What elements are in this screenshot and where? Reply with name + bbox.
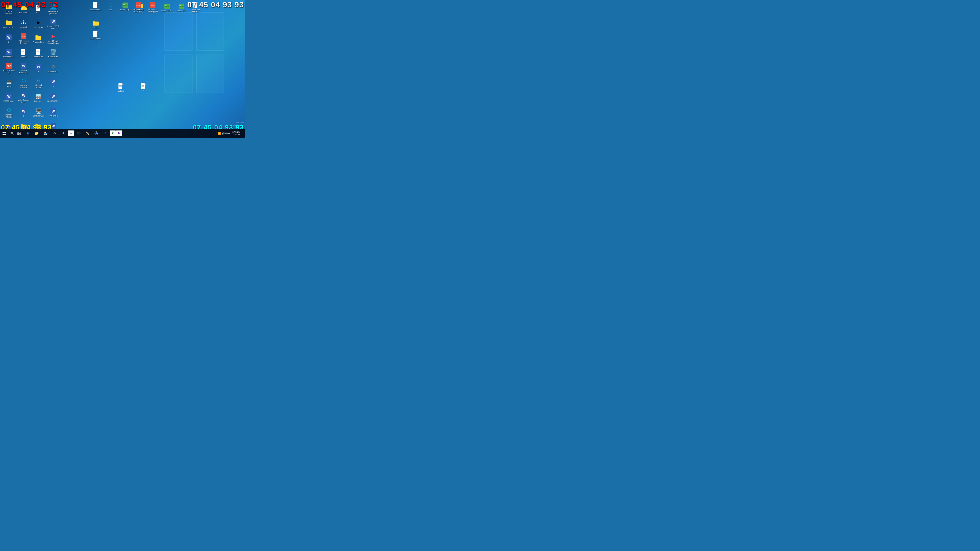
icon-ace-stream[interactable]: ▶ Ace Stream Media Center: [46, 32, 60, 46]
icon-img-hp34401a-guide1: PDF: [135, 2, 142, 8]
tray-arrow[interactable]: ^: [216, 132, 217, 135]
icon-img-microsoft-edge: e: [35, 77, 42, 84]
svg-rect-7: [197, 55, 223, 92]
icon-dc1bra[interactable]: dc1bra: [114, 83, 128, 93]
icon-kkk[interactable]: ⬡ kkk: [103, 1, 118, 12]
icon-vestel17[interactable]: Vestel-17...: [175, 1, 188, 14]
icon-img-calculator: [35, 93, 42, 100]
icon-zq500[interactable]: W ZQ500_Co...: [2, 91, 16, 105]
icon-img-laptop-litere: W: [50, 18, 57, 25]
icon-label-conturi: conturi: [21, 56, 26, 58]
task-view-button[interactable]: [15, 129, 23, 138]
taskbar-search[interactable]: 🔍: [9, 130, 15, 137]
icon-hp34401a-guide2[interactable]: PDF HP 34401A user's guide: [146, 1, 160, 14]
icon-adobe-acrobat[interactable]: PDF Adobe Acrobat DC: [2, 61, 16, 75]
icon-steppermo[interactable]: ⚙ StepperMo...: [46, 61, 60, 75]
icon-img-num1: W: [20, 108, 27, 114]
icon-label-zq500: ZQ500_Co...: [3, 100, 14, 102]
show-desktop[interactable]: [243, 129, 244, 138]
svg-rect-130: [19, 132, 21, 133]
icon-label-kkk: kkk: [109, 9, 112, 11]
taskbar-app-unknown1[interactable]: ❖: [59, 129, 68, 138]
icon-this-pc[interactable]: 💻 This PC: [2, 76, 16, 90]
svg-rect-55: [36, 98, 37, 98]
icon-conturi[interactable]: conturi: [17, 46, 30, 60]
icon-phoenixcar2[interactable]: PhoenixCar...: [32, 46, 45, 60]
icon-num4[interactable]: W 4: [46, 76, 60, 90]
icon-pdfscape[interactable]: PDF PDFescape Desktop: [17, 32, 30, 46]
icon-img-recycle-bin: 🗑️: [50, 49, 57, 56]
icon-aida64[interactable]: ⬡ AIDA64 Extreme: [17, 76, 30, 90]
icon-oliooooo[interactable]: W OLIOOOOX...: [46, 91, 60, 105]
icon-img-network: 🖧: [20, 19, 27, 26]
svg-rect-126: [5, 132, 6, 133]
icon-label-num2: 2: [8, 41, 9, 43]
icon-img-phoenixcar2: [35, 49, 42, 56]
svg-rect-104: [164, 3, 170, 9]
icon-phoenixcar[interactable]: PhoenixCar...: [32, 32, 45, 46]
icon-vestel1tip2[interactable]: vestel_1Tip...: [160, 1, 174, 14]
taskbar: 🔍 e 📁 🏪 ⚙ ❖ W 📟 ✏️: [0, 129, 245, 138]
icon-num1[interactable]: W 1: [17, 105, 30, 120]
taskbar-app-store[interactable]: 🏪: [41, 129, 50, 138]
svg-text:W: W: [51, 110, 55, 113]
icon-label-control-panel: Control Panel: [33, 115, 45, 117]
taskbar-clock[interactable]: 6:53 AM 1/1/2018: [231, 131, 242, 136]
icon-tt[interactable]: tt: [137, 83, 150, 93]
icon-vestel1tip[interactable]: vestel_1Tip...: [118, 1, 132, 12]
svg-rect-53: [38, 97, 39, 97]
tray-volume[interactable]: 🔊: [221, 132, 225, 135]
icon-coduri-antene[interactable]: coduri antene ...: [89, 30, 103, 43]
icon-manual-dc5700[interactable]: W manual dc5700 m...: [17, 61, 30, 75]
icon-laptop-litere[interactable]: W laptop LITERE MICI: [46, 17, 60, 31]
icon-img-adobe-acrobat: PDF: [5, 62, 12, 69]
icon-num3[interactable]: W 3: [32, 61, 45, 75]
taskbar-app-settings[interactable]: ⚙: [50, 129, 59, 138]
windows-logo-bg: [161, 6, 228, 104]
icon-label-valor-corecte: Valor Corecte Setari: [18, 99, 30, 103]
icon-label-hp34401a-guide1: HP 34401A user's gui...: [132, 9, 145, 13]
icon-label-win10-update: Windows 10 Update As...: [47, 11, 60, 15]
svg-rect-131: [18, 133, 19, 135]
icon-img-dovadasne-top: [92, 2, 99, 8]
taskbar-app-excel[interactable]: X: [110, 130, 116, 137]
icon-ace-player[interactable]: ▶ Ace Player: [32, 17, 45, 31]
icon-label-recycle-bin: Recycle Bin: [48, 56, 58, 58]
taskbar-app-onenote[interactable]: N: [116, 130, 122, 137]
icon-dovadasne-top[interactable]: dovadaSNE...: [89, 1, 103, 12]
icon-img-tt: [140, 83, 147, 90]
icon-18-02[interactable]: 18.02: [89, 19, 103, 30]
taskbar-app-fileexplorer[interactable]: 📁: [32, 129, 41, 138]
taskbar-app-chrome[interactable]: [92, 129, 100, 138]
icon-valor-corecte[interactable]: W Valor Corecte Setari: [17, 91, 30, 105]
icon-lowrance[interactable]: W lowrance-el...: [2, 46, 16, 60]
icon-img-202110[interactable]: IMG-20210...: [2, 17, 16, 31]
icon-control-panel[interactable]: 🖥️ Control Panel: [32, 105, 45, 120]
icon-calculator[interactable]: Calculator: [32, 91, 45, 105]
icon-num2[interactable]: W 2: [2, 32, 16, 46]
taskbar-right: ^ 📶 🔊 ENG 6:53 AM 1/1/2018: [216, 129, 245, 138]
taskbar-app-pen[interactable]: ✏️: [83, 129, 92, 138]
icon-digi-net[interactable]: ⬡ Digi Net Mobile: [2, 105, 16, 120]
start-button[interactable]: [0, 129, 8, 138]
taskbar-app-edge[interactable]: e: [24, 129, 32, 138]
taskbar-app-unknown2[interactable]: 📟: [74, 129, 83, 138]
icon-label-phoenixcar2: PhoenixCar...: [33, 56, 44, 58]
taskbar-app-edge-new[interactable]: ε: [101, 129, 110, 138]
desktop-icon-area: CRACK PHONE 2018083110... K E Y Windows …: [1, 1, 81, 127]
icon-label-calculator: Calculator: [34, 100, 43, 102]
svg-text:PDF: PDF: [137, 4, 140, 6]
icon-parcare[interactable]: W PARCARE: [46, 105, 60, 120]
icon-recycle-bin[interactable]: 🗑️ Recycle Bin: [46, 46, 60, 60]
taskbar-app-word[interactable]: W: [68, 130, 74, 137]
icon-label-digi-net: Digi Net Mobile: [3, 114, 15, 118]
icon-hp34401a-guide1[interactable]: PDF HP 34401A user's gui...: [131, 1, 145, 14]
icon-img-vestel1tip: [122, 2, 129, 8]
svg-text:W: W: [51, 20, 55, 24]
tray-lang[interactable]: ENG: [225, 132, 230, 135]
svg-rect-92: [123, 3, 128, 8]
icon-label-key: K E Y: [36, 12, 41, 14]
icon-network[interactable]: 🖧 Network: [17, 17, 30, 31]
svg-rect-6: [165, 55, 192, 92]
icon-microsoft-edge[interactable]: e Microsoft Edge: [32, 76, 45, 90]
